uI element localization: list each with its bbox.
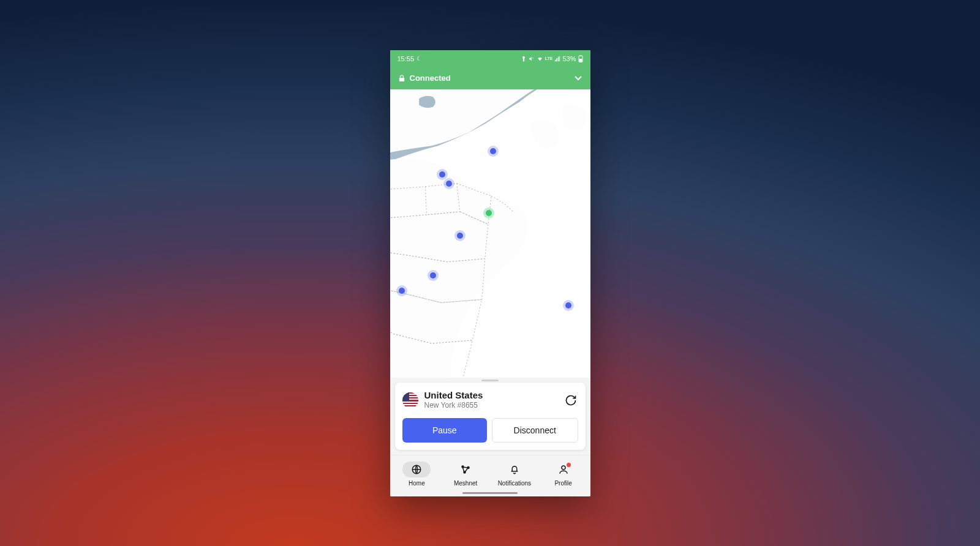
connection-status-text: Connected [410,73,451,83]
connection-country: United States [424,390,557,401]
nav-profile[interactable]: Profile [539,462,588,487]
server-map[interactable] [390,89,590,378]
status-time: 15:55 [398,55,415,62]
server-dot[interactable] [446,181,452,187]
vpn-key-icon [521,56,527,62]
nav-meshnet-label: Meshnet [454,480,477,487]
server-dot[interactable] [490,148,496,154]
connection-server: New York #8655 [424,401,557,411]
signal-icon [554,56,560,62]
mute-icon [529,56,535,62]
server-dot[interactable] [457,233,463,239]
status-bar: 15:55 ☾ LTE 53% [390,50,590,67]
nav-profile-label: Profile [554,480,571,487]
pause-button[interactable]: Pause [402,418,488,443]
nav-notifications[interactable]: Notifications [490,462,539,487]
connection-status-bar[interactable]: Connected [390,67,590,89]
server-dot[interactable] [565,302,571,309]
battery-percent: 53% [562,55,576,62]
drag-handle[interactable] [481,380,499,381]
lte-icon: LTE [545,56,553,61]
disconnect-button[interactable]: Disconnect [492,418,578,443]
connection-card: United States New York #8655 Pause Disco… [395,383,586,450]
server-dot[interactable] [430,272,436,279]
profile-icon [558,464,569,475]
moon-icon: ☾ [417,55,422,62]
refresh-icon [565,394,577,406]
svg-rect-2 [579,55,581,56]
country-flag-us [402,392,418,408]
nav-home[interactable]: Home [393,462,442,487]
refresh-button[interactable] [564,393,578,408]
profile-badge [567,463,571,467]
nav-meshnet[interactable]: Meshnet [441,462,490,487]
phone-frame: 15:55 ☾ LTE 53% Connected [390,50,590,496]
nav-home-label: Home [409,480,425,487]
bottom-nav: Home Meshnet Notifications [390,455,590,496]
bell-icon [509,464,520,475]
wifi-icon [537,56,543,62]
home-indicator [462,492,518,494]
nav-notifications-label: Notifications [498,480,531,487]
server-dot[interactable] [439,171,445,178]
chevron-down-icon [575,76,582,81]
meshnet-icon [460,464,471,475]
status-icons: LTE 53% [521,55,583,62]
lock-icon [399,75,405,82]
svg-rect-3 [399,78,404,81]
svg-rect-1 [579,59,582,62]
server-dot-active[interactable] [486,210,492,216]
battery-icon [578,55,583,62]
globe-icon [411,464,422,475]
server-dot[interactable] [399,288,405,294]
svg-point-9 [562,466,565,469]
